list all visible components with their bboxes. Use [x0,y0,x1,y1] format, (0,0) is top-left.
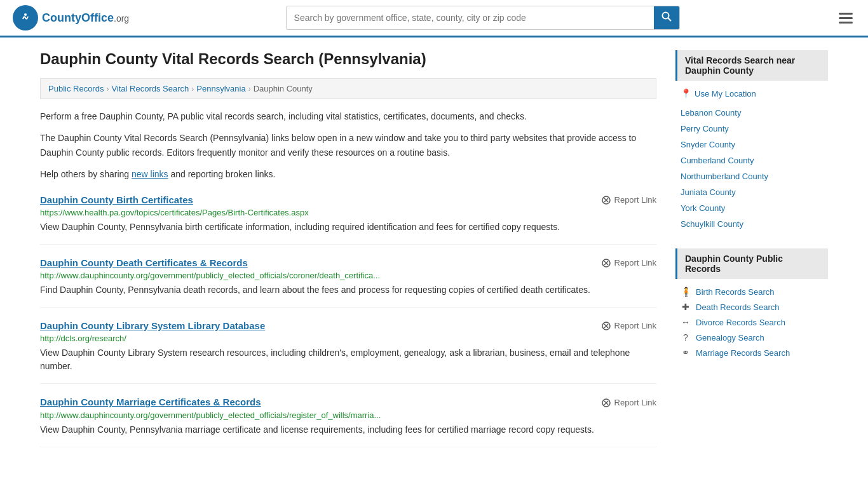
public-records-link-1[interactable]: ✚ Death Records Search [675,299,828,315]
breadcrumb-sep: › [191,85,194,93]
report-icon-0 [601,194,611,205]
public-records-icon-1: ✚ [681,302,691,312]
public-records-icon-3: ? [681,332,691,342]
nearby-county-7[interactable]: Schuylkill County [675,216,828,232]
breadcrumb-current: Dauphin County [254,84,313,93]
public-records-link-4[interactable]: ⚭ Marriage Records Search [675,345,828,360]
desc3-before: Help others by sharing [40,169,132,179]
nearby-heading: Vital Records Search near Dauphin County [675,50,828,81]
public-records-label-4: Marriage Records Search [696,348,790,358]
result-item: Dauphin County Library System Library Da… [40,320,656,384]
location-icon: 📍 [681,88,691,98]
hamburger-line [839,22,853,24]
public-records-icon-0: 🧍 [681,287,691,297]
public-records-label-3: Genealogy Search [696,333,764,342]
breadcrumb-sep: › [248,85,251,93]
nearby-county-6[interactable]: York County [675,200,828,216]
svg-point-1 [24,13,27,16]
results-list: Dauphin County Birth Certificates Report… [40,194,656,447]
nearby-county-links: Lebanon CountyPerry CountySnyder CountyC… [675,105,828,236]
page-title: Dauphin County Vital Records Search (Pen… [40,50,656,68]
public-records-heading: Dauphin County Public Records [675,248,828,279]
nearby-county-3[interactable]: Cumberland County [675,152,828,168]
logo-text: CountyOffice.org [42,11,129,25]
nearby-county-4[interactable]: Northumberland County [675,168,828,184]
report-label-3: Report Link [614,398,656,407]
nearby-county-5[interactable]: Juniata County [675,184,828,200]
result-title-2[interactable]: Dauphin County Library System Library Da… [40,320,265,331]
result-title-3[interactable]: Dauphin County Marriage Certificates & R… [40,396,261,407]
sidebar: Vital Records Search near Dauphin County… [675,50,828,447]
report-label-2: Report Link [614,321,656,330]
nearby-section: Vital Records Search near Dauphin County… [675,50,828,236]
result-header: Dauphin County Library System Library Da… [40,320,656,331]
description-2: The Dauphin County Vital Records Search … [40,131,656,159]
result-url-1[interactable]: http://www.dauphincounty.org/government/… [40,271,656,280]
nearby-county-2[interactable]: Snyder County [675,137,828,152]
svg-point-2 [662,13,668,19]
report-label-0: Report Link [614,195,656,205]
public-records-label-2: Divorce Records Search [696,318,785,327]
result-title-1[interactable]: Dauphin County Death Certificates & Reco… [40,257,248,268]
use-location-label: Use My Location [695,89,756,98]
result-desc-3: View Dauphin County, Pennsylvania marria… [40,423,656,437]
public-records-label-0: Birth Records Search [696,287,775,297]
breadcrumb-link-pennsylvania[interactable]: Pennsylvania [196,84,245,93]
public-records-icon-4: ⚭ [681,348,691,358]
report-link-button-3[interactable]: Report Link [601,396,656,407]
hamburger-line [839,17,853,19]
desc3-after: and reporting broken links. [168,169,276,179]
result-url-2[interactable]: http://dcls.org/research/ [40,334,656,343]
result-url-3[interactable]: http://www.dauphincounty.org/government/… [40,410,656,420]
public-records-icon-2: ↔ [681,317,691,327]
result-header: Dauphin County Death Certificates & Reco… [40,257,656,268]
svg-line-3 [668,18,671,22]
public-records-section: Dauphin County Public Records 🧍 Birth Re… [675,248,828,360]
menu-button[interactable] [836,10,855,26]
breadcrumb-link-vital-records[interactable]: Vital Records Search [111,84,189,93]
description-1: Perform a free Dauphin County, PA public… [40,109,656,123]
result-item: Dauphin County Birth Certificates Report… [40,194,656,245]
logo-icon [13,5,38,30]
result-header: Dauphin County Marriage Certificates & R… [40,396,656,407]
public-records-links: 🧍 Birth Records Search ✚ Death Records S… [675,284,828,360]
result-desc-0: View Dauphin County, Pennsylvania birth … [40,220,656,234]
result-url-0[interactable]: https://www.health.pa.gov/topics/certifi… [40,208,656,217]
result-desc-2: View Dauphin County Library System resea… [40,346,656,373]
search-bar [286,6,680,30]
search-button[interactable] [654,6,679,29]
report-label-1: Report Link [614,258,656,268]
result-item: Dauphin County Marriage Certificates & R… [40,396,656,447]
description-3: Help others by sharing new links and rep… [40,167,656,181]
result-title-0[interactable]: Dauphin County Birth Certificates [40,194,193,205]
logo[interactable]: CountyOffice.org [13,5,129,30]
report-link-button-2[interactable]: Report Link [601,320,656,331]
hamburger-line [839,13,853,15]
nearby-county-0[interactable]: Lebanon County [675,105,828,121]
public-records-label-1: Death Records Search [696,302,780,312]
public-records-link-3[interactable]: ? Genealogy Search [675,330,828,345]
report-icon-1 [601,257,611,268]
public-records-link-2[interactable]: ↔ Divorce Records Search [675,315,828,330]
new-links-link[interactable]: new links [132,169,168,179]
report-icon-2 [601,320,611,331]
result-item: Dauphin County Death Certificates & Reco… [40,257,656,308]
breadcrumb-sep: › [106,85,109,93]
use-location-item[interactable]: 📍 Use My Location [675,86,828,105]
report-link-button-0[interactable]: Report Link [601,194,656,205]
breadcrumb: Public Records › Vital Records Search › … [40,78,656,99]
main-content: Dauphin County Vital Records Search (Pen… [40,50,656,447]
search-area [286,6,680,30]
breadcrumb-link-public-records[interactable]: Public Records [48,84,104,93]
result-desc-1: Find Dauphin County, Pennsylvania death … [40,283,656,297]
public-records-link-0[interactable]: 🧍 Birth Records Search [675,284,828,299]
report-link-button-1[interactable]: Report Link [601,257,656,268]
report-icon-3 [601,396,611,407]
nearby-county-1[interactable]: Perry County [675,121,828,137]
search-input[interactable] [287,8,654,28]
result-header: Dauphin County Birth Certificates Report… [40,194,656,205]
